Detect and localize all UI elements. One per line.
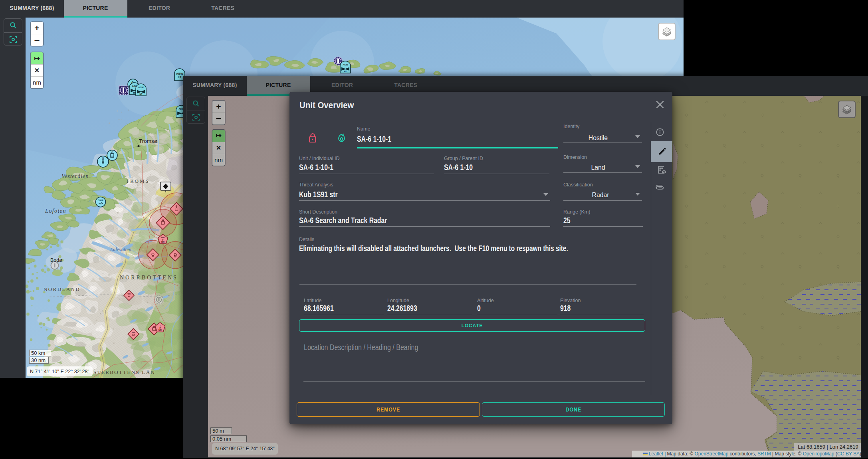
svg-text:Bodø: Bodø xyxy=(50,257,62,263)
svg-text:M: M xyxy=(153,325,155,328)
svg-text:TROMS: TROMS xyxy=(126,178,150,184)
svg-text:II: II xyxy=(112,150,113,152)
svg-text:MR: MR xyxy=(161,241,164,243)
svg-text:LR: LR xyxy=(178,76,182,79)
svg-text:Tromsø: Tromsø xyxy=(139,138,157,144)
svg-text:MR: MR xyxy=(159,329,162,331)
svg-text:Lofoten: Lofoten xyxy=(45,208,66,214)
svg-text:M: M xyxy=(162,219,164,222)
svg-text:G: G xyxy=(102,157,104,159)
svg-text:STERBOTTENS LÄN: STERBOTTENS LÄN xyxy=(93,369,155,375)
svg-text:Vesterålen: Vesterålen xyxy=(61,173,89,179)
svg-text:AGW: AGW xyxy=(138,86,144,89)
svg-text:MT: MT xyxy=(139,93,142,95)
svg-text:APN: APN xyxy=(132,332,135,334)
svg-text:NORDLAND: NORDLAND xyxy=(44,286,80,292)
svg-text:Lulevatten: Lulevatten xyxy=(110,247,131,252)
svg-text:NORRBOTTENS: NORRBOTTENS xyxy=(120,275,178,281)
svg-text:DWR: DWR xyxy=(98,199,104,202)
svg-text:MT: MT xyxy=(344,70,347,73)
svg-text:PWR: PWR xyxy=(127,293,131,295)
svg-text:AEW: AEW xyxy=(176,72,184,75)
svg-text:AGW: AGW xyxy=(343,63,348,66)
